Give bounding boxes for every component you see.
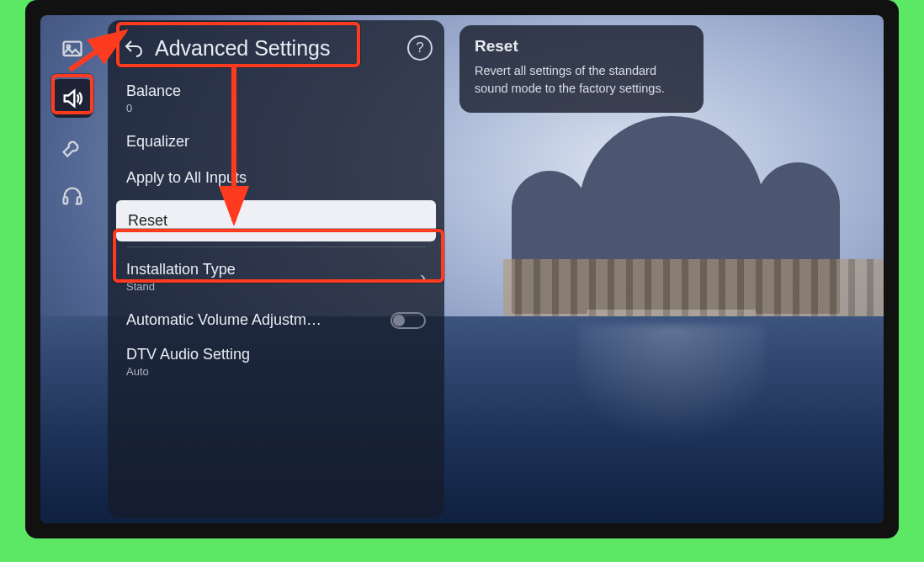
menu-item-label: Apply to All Inputs bbox=[126, 169, 247, 187]
menu-item-label: Automatic Volume Adjustm… bbox=[126, 311, 321, 329]
tv-screen: Advanced Settings ? Balance 0 Equalizer … bbox=[40, 15, 884, 523]
help-icon: ? bbox=[416, 40, 423, 56]
help-tooltip: Reset Revert all settings of the standar… bbox=[459, 25, 704, 113]
sidebar-item-general[interactable] bbox=[52, 128, 93, 167]
menu-item-label: Balance bbox=[126, 82, 181, 99]
menu-item-installation-type[interactable]: Installation Type Stand › bbox=[108, 252, 444, 301]
tv-frame: Advanced Settings ? Balance 0 Equalizer … bbox=[25, 0, 899, 538]
back-icon bbox=[124, 38, 144, 58]
panel-title: Advanced Settings bbox=[155, 36, 407, 61]
menu-item-balance[interactable]: Balance 0 bbox=[108, 74, 444, 123]
menu-item-label: Installation Type bbox=[126, 261, 236, 278]
menu-item-dtv-audio[interactable]: DTV Audio Setting Auto bbox=[108, 337, 444, 386]
svg-rect-2 bbox=[64, 197, 68, 204]
sidebar-item-sound[interactable] bbox=[52, 79, 93, 118]
help-button[interactable]: ? bbox=[407, 35, 433, 61]
divider bbox=[126, 247, 426, 247]
menu-item-label: Equalizer bbox=[126, 133, 189, 151]
sound-icon bbox=[61, 87, 84, 110]
svg-rect-3 bbox=[77, 197, 82, 204]
settings-sidebar bbox=[49, 30, 96, 215]
menu-item-equalizer[interactable]: Equalizer bbox=[108, 123, 444, 159]
headset-icon bbox=[61, 184, 84, 208]
menu-item-value: Auto bbox=[126, 365, 250, 378]
tooltip-body: Revert all settings of the standard soun… bbox=[475, 62, 688, 98]
chevron-right-icon: › bbox=[420, 268, 426, 287]
menu-item-value: Stand bbox=[126, 280, 236, 293]
menu-item-apply-all[interactable]: Apply to All Inputs bbox=[108, 159, 444, 195]
settings-panel: Advanced Settings ? Balance 0 Equalizer … bbox=[108, 20, 444, 518]
wrench-icon bbox=[61, 135, 84, 159]
sidebar-item-picture[interactable] bbox=[52, 30, 93, 69]
menu-item-reset[interactable]: Reset bbox=[116, 200, 436, 241]
wallpaper-reflection bbox=[579, 325, 764, 468]
menu-item-label: Reset bbox=[128, 212, 167, 230]
toggle-knob bbox=[393, 315, 405, 326]
panel-header: Advanced Settings ? bbox=[108, 29, 444, 74]
sidebar-item-support[interactable] bbox=[52, 177, 93, 215]
tooltip-title: Reset bbox=[475, 37, 688, 56]
picture-icon bbox=[61, 38, 84, 61]
menu-item-auto-volume[interactable]: Automatic Volume Adjustm… bbox=[108, 301, 444, 337]
toggle-auto-volume[interactable] bbox=[390, 312, 426, 329]
menu-item-label: DTV Audio Setting bbox=[126, 346, 250, 363]
back-button[interactable] bbox=[119, 34, 148, 62]
menu-item-value: 0 bbox=[126, 102, 181, 114]
